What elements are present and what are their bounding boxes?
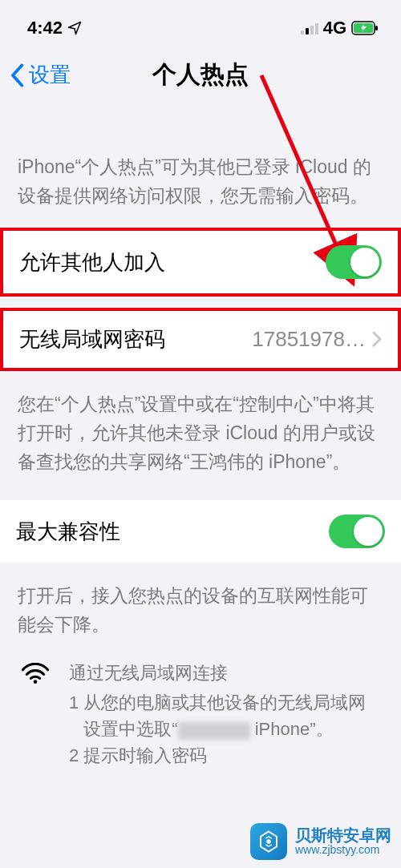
chevron-right-icon — [372, 327, 382, 353]
toggle-knob — [350, 248, 379, 277]
allow-others-label: 允许其他人加入 — [19, 248, 165, 277]
step-number-2: 2 — [69, 742, 79, 769]
annotation-highlight-password: 无线局域网密码 17851978… — [0, 308, 401, 371]
max-compatibility-label: 最大兼容性 — [16, 518, 120, 546]
max-compatibility-cell[interactable]: 最大兼容性 — [0, 500, 401, 563]
svg-point-4 — [34, 680, 38, 684]
battery-icon — [351, 21, 379, 35]
allow-others-toggle[interactable] — [326, 245, 382, 279]
status-time-area: 4:42 — [27, 18, 82, 38]
watermark-logo — [250, 823, 287, 860]
step-number-1: 1 — [69, 689, 79, 742]
step2-text: 提示时输入密码 — [83, 742, 207, 769]
watermark-url: www.zjbstyy.com — [295, 844, 391, 856]
svg-point-5 — [266, 839, 271, 844]
watermark: 贝斯特安卓网 www.zjbstyy.com — [250, 823, 391, 860]
toggle-knob — [354, 517, 383, 546]
watermark-name: 贝斯特安卓网 — [295, 826, 391, 844]
wifi-help-block: 通过无线局域网连接 1 从您的电脑或其他设备的无线局域网设置中选取“ iPhon… — [0, 656, 401, 788]
step1-suffix: iPhone”。 — [250, 719, 334, 739]
location-icon — [67, 21, 82, 35]
max-compatibility-toggle[interactable] — [329, 515, 385, 548]
status-time: 4:42 — [27, 18, 63, 38]
nav-bar: 设置 个人热点 — [0, 46, 401, 100]
section1-footer: 您在“个人热点”设置中或在“控制中心”中将其打开时，允许其他未登录 iCloud… — [0, 371, 401, 494]
wifi-help-title: 通过无线局域网连接 — [69, 660, 383, 686]
cellular-signal-icon — [301, 22, 318, 34]
wifi-help-step1: 1 从您的电脑或其他设备的无线局域网设置中选取“ iPhone”。 — [69, 689, 383, 742]
section1-description: iPhone“个人热点”可为其他已登录 iCloud 的设备提供网络访问权限，您… — [0, 100, 401, 228]
svg-rect-1 — [375, 26, 378, 30]
blurred-device-name — [178, 722, 250, 740]
network-label: 4G — [323, 18, 346, 38]
wifi-password-label: 无线局域网密码 — [19, 325, 165, 353]
page-title: 个人热点 — [152, 59, 249, 91]
spacer — [0, 297, 401, 308]
back-button[interactable]: 设置 — [10, 61, 71, 89]
wifi-icon — [18, 660, 53, 687]
wifi-password-value: 17851978… — [252, 327, 372, 352]
allow-others-cell[interactable]: 允许其他人加入 — [3, 231, 398, 293]
wifi-help-step2: 2 提示时输入密码 — [69, 742, 383, 769]
section2-footer: 打开后，接入您热点的设备的互联网性能可能会下降。 — [0, 563, 401, 656]
wifi-password-cell[interactable]: 无线局域网密码 17851978… — [3, 311, 398, 368]
chevron-left-icon — [10, 63, 24, 87]
status-bar: 4:42 4G — [0, 0, 401, 46]
status-right: 4G — [301, 18, 379, 38]
back-label: 设置 — [29, 61, 71, 89]
annotation-highlight-allow-others: 允许其他人加入 — [0, 228, 401, 297]
